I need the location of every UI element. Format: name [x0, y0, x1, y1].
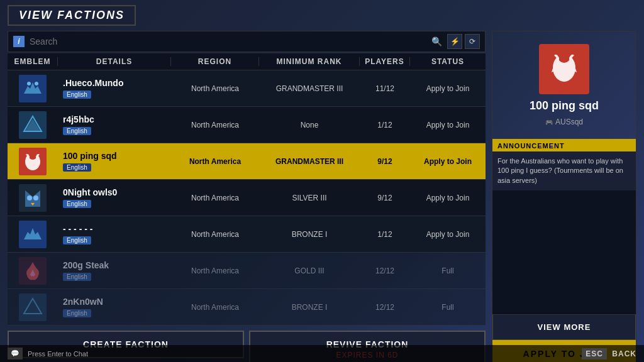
announcement-section: ANNOUNCEMENT For the Australians who wan…	[492, 139, 636, 190]
factions-table: EMBLEM DETAILS REGION MINIMUM RANK PLAYE…	[8, 53, 486, 326]
col-details: DETAILS	[58, 57, 171, 66]
page-title: VIEW FACTIONS	[8, 5, 136, 26]
faction-tag: English	[63, 163, 91, 172]
faction-name: 0Night owls0	[63, 187, 166, 197]
cell-emblem	[8, 182, 58, 214]
svg-point-8	[34, 154, 36, 156]
cell-details: 2nKn0wN English	[58, 294, 171, 321]
cell-emblem	[8, 291, 58, 324]
cell-rank: BRONZE I	[259, 300, 360, 314]
faction-name: 100 ping sqd	[63, 151, 166, 161]
cell-status: Apply to Join	[410, 118, 486, 132]
cell-details: 100 ping sqd English	[58, 148, 171, 175]
filter-icons: ⚡ ⟳	[447, 34, 480, 49]
svg-point-11	[33, 195, 38, 200]
svg-point-19	[566, 55, 569, 58]
esc-back[interactable]: ESC BACK	[582, 349, 636, 358]
cell-players: 9/12	[360, 155, 410, 168]
back-label: BACK	[612, 349, 636, 358]
cell-region: North America	[171, 155, 259, 168]
cell-rank: None	[259, 118, 360, 132]
filter-button[interactable]: ⚡	[447, 34, 462, 49]
cell-rank: GRANDMASTER III	[259, 82, 360, 96]
svg-point-2	[35, 82, 38, 85]
cell-details: - - - - - - English	[58, 221, 171, 248]
search-icon: 🔍	[431, 36, 442, 47]
cell-players: 9/12	[360, 191, 410, 205]
table-row[interactable]: r4j5hbc English North America None 1/12 …	[8, 107, 486, 143]
cell-players: 11/12	[360, 82, 410, 96]
right-panel: 100 ping sqd 🎮 AUSsqd ANNOUNCEMENT For t…	[492, 31, 636, 362]
col-region: REGION	[171, 57, 259, 66]
cell-details: 200g Steak English	[58, 258, 171, 284]
cell-region: North America	[171, 300, 259, 314]
faction-tag: English	[63, 127, 91, 135]
table-row[interactable]: 100 ping sqd English North America GRAND…	[8, 143, 486, 180]
cell-players: 12/12	[360, 300, 410, 314]
cell-emblem	[8, 72, 58, 105]
cell-details: r4j5hbc English	[58, 112, 171, 138]
info-icon[interactable]: i	[13, 36, 25, 47]
announcement-title: ANNOUNCEMENT	[492, 140, 636, 151]
faction-preview: 100 ping sqd 🎮 AUSsqd	[492, 31, 636, 139]
cell-status: Full	[410, 300, 486, 314]
cell-region: North America	[171, 228, 259, 241]
col-emblem: EMBLEM	[8, 57, 58, 66]
cell-region: North America	[171, 191, 259, 205]
cell-region: North America	[171, 264, 259, 278]
tag-icon: 🎮	[545, 119, 553, 126]
cell-region: North America	[171, 82, 259, 96]
table-header: EMBLEM DETAILS REGION MINIMUM RANK PLAYE…	[8, 53, 486, 70]
cell-status: Apply to Join	[410, 191, 486, 205]
cell-emblem	[8, 144, 58, 179]
faction-tag: English	[63, 236, 91, 244]
cell-status: Apply to Join	[410, 155, 486, 168]
cell-details: 0Night owls0 English	[58, 185, 171, 211]
chat-prompt: 💬 Press Enter to Chat	[8, 348, 88, 359]
faction-tag: English	[63, 200, 91, 208]
faction-name: 200g Steak	[63, 260, 166, 270]
cell-rank: BRONZE I	[259, 228, 360, 241]
table-row[interactable]: .Hueco.Mundo English North America GRAND…	[8, 70, 486, 107]
bottom-bar: 💬 Press Enter to Chat ESC BACK	[0, 345, 644, 362]
faction-name: .Hueco.Mundo	[63, 78, 166, 88]
faction-tag: English	[63, 309, 91, 317]
svg-point-10	[27, 195, 32, 200]
preview-tag: AUSsqd	[555, 118, 583, 126]
cell-rank: GOLD III	[259, 264, 360, 278]
refresh-button[interactable]: ⟳	[465, 34, 480, 49]
table-row[interactable]: 0Night owls0 English North America SILVE…	[8, 180, 486, 216]
table-body: .Hueco.Mundo English North America GRAND…	[8, 70, 486, 326]
cell-status: Apply to Join	[410, 82, 486, 96]
faction-name: 2nKn0wN	[63, 297, 166, 307]
table-row[interactable]: 200g Steak English North America GOLD II…	[8, 253, 486, 289]
faction-tag: English	[63, 90, 91, 99]
cell-emblem	[8, 218, 58, 251]
table-row[interactable]: 2nKn0wN English North America BRONZE I 1…	[8, 289, 486, 326]
cell-players: 12/12	[360, 264, 410, 278]
preview-faction-name: 100 ping sqd	[530, 99, 599, 112]
cell-rank: SILVER III	[259, 191, 360, 205]
faction-name: r4j5hbc	[63, 114, 166, 124]
col-rank: MINIMUM RANK	[259, 57, 360, 66]
faction-tag: English	[63, 273, 91, 281]
preview-emblem	[539, 44, 589, 94]
svg-point-18	[560, 55, 562, 58]
cell-emblem	[8, 255, 58, 287]
cell-emblem	[8, 109, 58, 141]
left-panel: i 🔍 ⚡ ⟳ EMBLEM DETAILS REGION MINIMUM RA…	[8, 31, 486, 362]
announcement-text: For the Australians who want to play wit…	[492, 151, 636, 190]
svg-point-7	[30, 154, 32, 156]
col-players: PLAYERS	[360, 57, 410, 66]
cell-status: Full	[410, 264, 486, 278]
cell-details: .Hueco.Mundo English	[58, 75, 171, 102]
svg-point-1	[27, 82, 31, 85]
cell-rank: GRANDMASTER III	[259, 155, 360, 168]
search-bar: i 🔍 ⚡ ⟳	[8, 31, 486, 52]
table-row[interactable]: - - - - - - English North America BRONZE…	[8, 216, 486, 253]
search-input[interactable]	[30, 36, 426, 47]
svg-point-6	[28, 151, 37, 160]
faction-name: - - - - - -	[63, 224, 166, 234]
cell-players: 1/12	[360, 118, 410, 132]
view-more-button[interactable]: VIEW MORE	[492, 314, 636, 340]
